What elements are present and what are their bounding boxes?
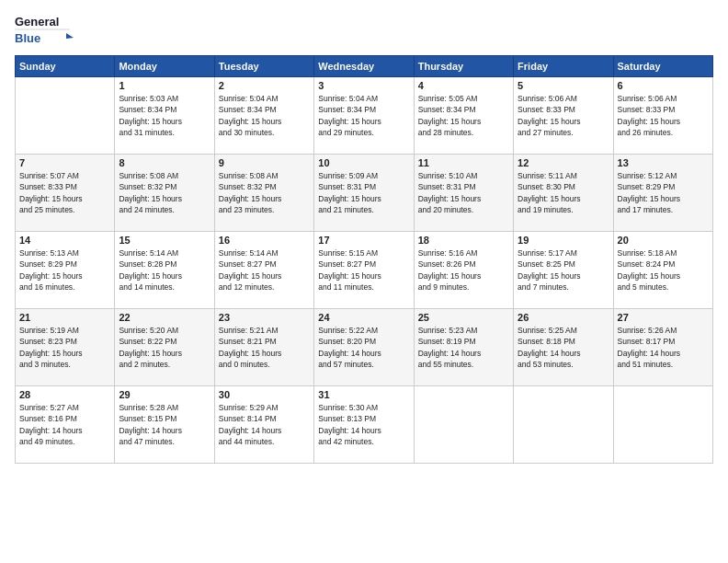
day-cell: 31Sunrise: 5:30 AM Sunset: 8:13 PM Dayli… <box>314 386 414 464</box>
header-cell-friday: Friday <box>514 56 613 77</box>
header-cell-tuesday: Tuesday <box>214 56 313 77</box>
day-cell: 13Sunrise: 5:12 AM Sunset: 8:29 PM Dayli… <box>613 155 712 232</box>
day-info: Sunrise: 5:21 AM Sunset: 8:21 PM Dayligh… <box>219 325 310 370</box>
day-cell <box>613 386 712 464</box>
day-number: 19 <box>518 235 609 246</box>
day-info: Sunrise: 5:06 AM Sunset: 8:33 PM Dayligh… <box>618 93 709 138</box>
day-info: Sunrise: 5:26 AM Sunset: 8:17 PM Dayligh… <box>618 325 709 370</box>
day-info: Sunrise: 5:13 AM Sunset: 8:29 PM Dayligh… <box>19 247 110 293</box>
day-number: 10 <box>318 157 409 168</box>
day-info: Sunrise: 5:30 AM Sunset: 8:13 PM Dayligh… <box>318 402 409 447</box>
day-info: Sunrise: 5:16 AM Sunset: 8:26 PM Dayligh… <box>418 247 509 293</box>
day-number: 3 <box>318 80 409 91</box>
day-info: Sunrise: 5:25 AM Sunset: 8:18 PM Dayligh… <box>518 325 609 370</box>
day-number: 30 <box>219 389 310 400</box>
day-cell: 15Sunrise: 5:14 AM Sunset: 8:28 PM Dayli… <box>115 232 214 309</box>
day-number: 26 <box>518 312 609 323</box>
day-cell: 14Sunrise: 5:13 AM Sunset: 8:29 PM Dayli… <box>16 232 115 309</box>
header-cell-saturday: Saturday <box>613 56 712 77</box>
day-cell: 11Sunrise: 5:10 AM Sunset: 8:31 PM Dayli… <box>414 155 513 232</box>
day-cell: 19Sunrise: 5:17 AM Sunset: 8:25 PM Dayli… <box>514 232 613 309</box>
header-cell-thursday: Thursday <box>414 56 513 77</box>
calendar-table: SundayMondayTuesdayWednesdayThursdayFrid… <box>15 55 713 464</box>
week-row-5: 28Sunrise: 5:27 AM Sunset: 8:16 PM Dayli… <box>16 386 713 464</box>
day-cell: 25Sunrise: 5:23 AM Sunset: 8:19 PM Dayli… <box>414 309 513 386</box>
day-number: 21 <box>19 312 110 323</box>
day-cell: 27Sunrise: 5:26 AM Sunset: 8:17 PM Dayli… <box>613 309 712 386</box>
day-cell: 24Sunrise: 5:22 AM Sunset: 8:20 PM Dayli… <box>314 309 414 386</box>
day-info: Sunrise: 5:22 AM Sunset: 8:20 PM Dayligh… <box>318 325 409 370</box>
day-info: Sunrise: 5:14 AM Sunset: 8:27 PM Dayligh… <box>219 247 310 293</box>
day-info: Sunrise: 5:06 AM Sunset: 8:33 PM Dayligh… <box>518 93 609 138</box>
day-number: 5 <box>518 80 609 91</box>
header-cell-monday: Monday <box>115 56 214 77</box>
day-info: Sunrise: 5:08 AM Sunset: 8:32 PM Dayligh… <box>119 170 210 215</box>
day-info: Sunrise: 5:03 AM Sunset: 8:34 PM Dayligh… <box>119 93 210 138</box>
day-cell: 1Sunrise: 5:03 AM Sunset: 8:34 PM Daylig… <box>115 77 214 155</box>
day-number: 16 <box>219 235 310 246</box>
day-info: Sunrise: 5:04 AM Sunset: 8:34 PM Dayligh… <box>318 93 409 138</box>
header-cell-wednesday: Wednesday <box>314 56 414 77</box>
day-number: 25 <box>418 312 509 323</box>
header-row: SundayMondayTuesdayWednesdayThursdayFrid… <box>16 56 713 77</box>
day-cell: 2Sunrise: 5:04 AM Sunset: 8:34 PM Daylig… <box>214 77 313 155</box>
day-number: 6 <box>618 80 709 91</box>
day-number: 29 <box>119 389 210 400</box>
day-cell: 22Sunrise: 5:20 AM Sunset: 8:22 PM Dayli… <box>115 309 214 386</box>
day-number: 1 <box>119 80 210 91</box>
logo-icon: General Blue <box>15 11 79 48</box>
day-number: 15 <box>119 235 210 246</box>
day-info: Sunrise: 5:20 AM Sunset: 8:22 PM Dayligh… <box>119 325 210 370</box>
week-row-4: 21Sunrise: 5:19 AM Sunset: 8:23 PM Dayli… <box>16 309 713 386</box>
week-row-1: 1Sunrise: 5:03 AM Sunset: 8:34 PM Daylig… <box>16 77 713 155</box>
day-number: 17 <box>318 235 409 246</box>
day-number: 23 <box>219 312 310 323</box>
day-number: 4 <box>418 80 509 91</box>
day-info: Sunrise: 5:04 AM Sunset: 8:34 PM Dayligh… <box>219 93 310 138</box>
day-number: 24 <box>318 312 409 323</box>
day-number: 2 <box>219 80 310 91</box>
day-cell: 7Sunrise: 5:07 AM Sunset: 8:33 PM Daylig… <box>16 155 115 232</box>
day-info: Sunrise: 5:11 AM Sunset: 8:30 PM Dayligh… <box>518 170 609 215</box>
day-cell: 12Sunrise: 5:11 AM Sunset: 8:30 PM Dayli… <box>514 155 613 232</box>
day-cell: 5Sunrise: 5:06 AM Sunset: 8:33 PM Daylig… <box>514 77 613 155</box>
day-cell <box>514 386 613 464</box>
day-number: 7 <box>19 157 110 168</box>
day-info: Sunrise: 5:19 AM Sunset: 8:23 PM Dayligh… <box>19 325 110 370</box>
day-info: Sunrise: 5:08 AM Sunset: 8:32 PM Dayligh… <box>219 170 310 215</box>
calendar-page: General Blue SundayMondayTuesdayWednesda… <box>0 0 728 563</box>
day-info: Sunrise: 5:10 AM Sunset: 8:31 PM Dayligh… <box>418 170 509 215</box>
day-info: Sunrise: 5:07 AM Sunset: 8:33 PM Dayligh… <box>19 170 110 215</box>
week-row-3: 14Sunrise: 5:13 AM Sunset: 8:29 PM Dayli… <box>16 232 713 309</box>
day-number: 31 <box>318 389 409 400</box>
day-number: 18 <box>418 235 509 246</box>
day-cell: 30Sunrise: 5:29 AM Sunset: 8:14 PM Dayli… <box>214 386 313 464</box>
day-info: Sunrise: 5:28 AM Sunset: 8:15 PM Dayligh… <box>119 402 210 447</box>
day-cell: 10Sunrise: 5:09 AM Sunset: 8:31 PM Dayli… <box>314 155 414 232</box>
day-cell: 9Sunrise: 5:08 AM Sunset: 8:32 PM Daylig… <box>214 155 313 232</box>
logo: General Blue <box>15 11 79 48</box>
svg-text:General: General <box>15 15 59 29</box>
header: General Blue <box>15 11 713 48</box>
day-info: Sunrise: 5:05 AM Sunset: 8:34 PM Dayligh… <box>418 93 509 138</box>
day-info: Sunrise: 5:14 AM Sunset: 8:28 PM Dayligh… <box>119 247 210 293</box>
day-info: Sunrise: 5:23 AM Sunset: 8:19 PM Dayligh… <box>418 325 509 370</box>
day-number: 13 <box>618 157 709 168</box>
day-cell: 23Sunrise: 5:21 AM Sunset: 8:21 PM Dayli… <box>214 309 313 386</box>
day-number: 20 <box>618 235 709 246</box>
day-cell <box>414 386 513 464</box>
day-cell: 28Sunrise: 5:27 AM Sunset: 8:16 PM Dayli… <box>16 386 115 464</box>
day-info: Sunrise: 5:09 AM Sunset: 8:31 PM Dayligh… <box>318 170 409 215</box>
day-info: Sunrise: 5:12 AM Sunset: 8:29 PM Dayligh… <box>618 170 709 215</box>
day-number: 22 <box>119 312 210 323</box>
day-number: 9 <box>219 157 310 168</box>
day-cell: 17Sunrise: 5:15 AM Sunset: 8:27 PM Dayli… <box>314 232 414 309</box>
day-cell: 18Sunrise: 5:16 AM Sunset: 8:26 PM Dayli… <box>414 232 513 309</box>
day-cell: 8Sunrise: 5:08 AM Sunset: 8:32 PM Daylig… <box>115 155 214 232</box>
day-info: Sunrise: 5:27 AM Sunset: 8:16 PM Dayligh… <box>19 402 110 447</box>
svg-marker-3 <box>66 33 74 39</box>
day-cell: 6Sunrise: 5:06 AM Sunset: 8:33 PM Daylig… <box>613 77 712 155</box>
day-number: 12 <box>518 157 609 168</box>
header-cell-sunday: Sunday <box>16 56 115 77</box>
day-info: Sunrise: 5:17 AM Sunset: 8:25 PM Dayligh… <box>518 247 609 293</box>
